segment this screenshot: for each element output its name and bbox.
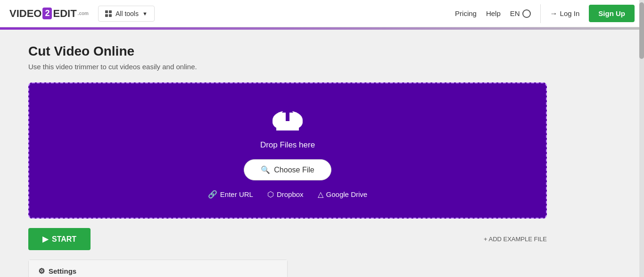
google-drive-label: Google Drive	[326, 190, 368, 198]
header-right: Pricing Help EN → Log In Sign Up	[455, 4, 635, 23]
logo[interactable]: VIDEO2EDIT.com	[9, 8, 89, 20]
language-button[interactable]: EN	[510, 9, 531, 18]
chevron-down-icon: ▼	[142, 11, 148, 16]
settings-section: ⚙ Settings	[28, 260, 288, 277]
start-label: START	[52, 235, 76, 244]
dropbox-link[interactable]: ⬡ Dropbox	[267, 190, 304, 199]
search-icon: 🔍	[261, 165, 270, 174]
grid-icon	[105, 10, 112, 17]
login-arrow-icon: →	[550, 9, 558, 18]
upload-area[interactable]: Drop Files here 🔍 Choose File 🔗 Enter UR…	[28, 82, 547, 219]
google-drive-icon: △	[318, 190, 323, 199]
page-title: Cut Video Online	[28, 44, 616, 59]
enter-url-link[interactable]: 🔗 Enter URL	[208, 190, 253, 199]
all-tools-label: All tools	[116, 10, 139, 17]
globe-icon	[522, 9, 531, 18]
dropbox-icon: ⬡	[267, 190, 274, 199]
logo-video: VIDEO	[9, 8, 41, 20]
external-links: 🔗 Enter URL ⬡ Dropbox △ Google Drive	[208, 190, 367, 199]
login-label: Log In	[560, 9, 580, 17]
start-button[interactable]: ▶ START	[28, 228, 91, 250]
signup-button[interactable]: Sign Up	[589, 5, 635, 22]
start-chevron-icon: ▶	[42, 235, 48, 244]
bottom-actions: ▶ START + ADD EXAMPLE FILE	[28, 228, 547, 250]
header: VIDEO2EDIT.com All tools ▼ Pricing Help …	[0, 0, 644, 27]
all-tools-button[interactable]: All tools ▼	[98, 6, 155, 22]
separator	[540, 4, 541, 23]
drop-files-text: Drop Files here	[260, 140, 315, 150]
link-icon: 🔗	[208, 190, 217, 199]
choose-file-label: Choose File	[274, 166, 314, 174]
dropbox-label: Dropbox	[277, 190, 304, 198]
svg-rect-3	[276, 121, 299, 130]
logo-com: .com	[78, 11, 89, 16]
pricing-link[interactable]: Pricing	[455, 9, 477, 17]
help-link[interactable]: Help	[486, 9, 501, 17]
logo-2: 2	[42, 8, 52, 19]
add-example-link[interactable]: + ADD EXAMPLE FILE	[484, 236, 547, 243]
scrollbar[interactable]	[639, 0, 644, 277]
settings-header: ⚙ Settings	[29, 260, 287, 277]
choose-file-button[interactable]: 🔍 Choose File	[244, 159, 331, 180]
login-button[interactable]: → Log In	[550, 9, 580, 18]
enter-url-label: Enter URL	[220, 190, 253, 198]
settings-title: Settings	[49, 267, 76, 275]
main-content: Cut Video Online Use this video trimmer …	[0, 30, 644, 277]
logo-edit: EDIT	[53, 8, 76, 20]
cloud-upload-icon	[269, 102, 306, 135]
google-drive-link[interactable]: △ Google Drive	[318, 190, 368, 199]
settings-icon: ⚙	[38, 267, 45, 276]
header-left: VIDEO2EDIT.com All tools ▼	[9, 6, 455, 22]
scrollbar-thumb[interactable]	[639, 2, 644, 59]
lang-label: EN	[510, 9, 520, 17]
page-subtitle: Use this video trimmer to cut videos eas…	[28, 63, 616, 71]
